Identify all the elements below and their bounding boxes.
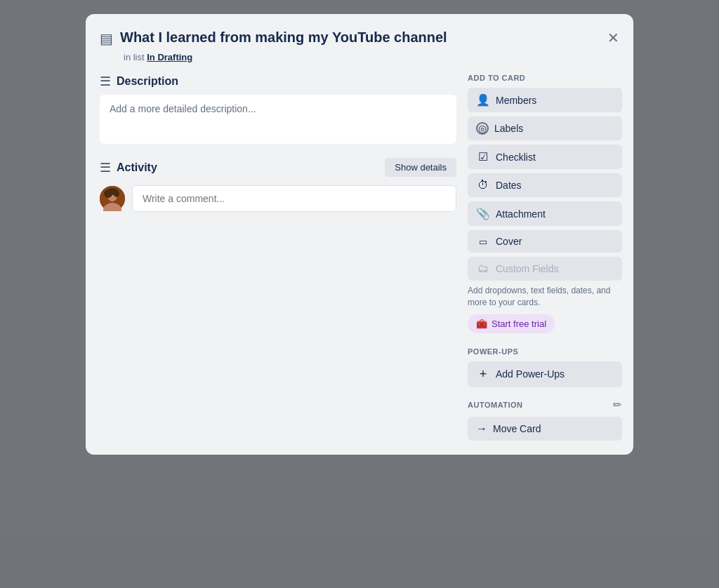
- sidebar: Add to card 👤 Members ◎ Labels ☑ Checkli…: [468, 74, 622, 441]
- attachment-label: Attachment: [496, 208, 546, 220]
- custom-fields-button[interactable]: 🗂 Custom Fields: [468, 257, 622, 281]
- description-section: ☰ Description Add a more detailed descri…: [100, 74, 456, 144]
- labels-label: Labels: [494, 123, 523, 134]
- close-icon: ✕: [607, 30, 619, 46]
- description-icon: ☰: [100, 74, 111, 89]
- custom-fields-label: Custom Fields: [496, 263, 558, 274]
- activity-section: ☰ Activity Show details: [100, 158, 456, 212]
- activity-header: ☰ Activity Show details: [100, 158, 456, 177]
- description-placeholder: Add a more detailed description...: [110, 103, 256, 114]
- labels-button[interactable]: ◎ Labels: [468, 116, 622, 140]
- power-ups-title: Power-Ups: [468, 347, 622, 356]
- cover-label: Cover: [496, 236, 522, 247]
- activity-section-header: ☰ Activity: [100, 160, 157, 175]
- avatar-image: [100, 186, 125, 211]
- checklist-label: Checklist: [496, 152, 536, 163]
- checklist-button[interactable]: ☑ Checklist: [468, 145, 622, 169]
- activity-input-row: [100, 185, 456, 212]
- trial-icon: 🧰: [476, 319, 487, 329]
- add-to-card-section: Add to card 👤 Members ◎ Labels ☑ Checkli…: [468, 74, 622, 345]
- start-trial-button[interactable]: 🧰 Start free trial: [468, 314, 555, 333]
- arrow-icon: →: [476, 422, 487, 435]
- modal-header: ▤ What I learned from making my YouTube …: [100, 28, 622, 48]
- dates-button[interactable]: ⏱ Dates: [468, 173, 622, 197]
- members-label: Members: [496, 95, 536, 106]
- custom-fields-info: Add dropdowns, text fields, dates, and m…: [468, 285, 622, 309]
- main-content: ☰ Description Add a more detailed descri…: [100, 74, 456, 441]
- attachment-icon: 📎: [476, 207, 490, 220]
- cover-button[interactable]: ▭ Cover: [468, 230, 622, 253]
- show-details-button[interactable]: Show details: [385, 158, 456, 177]
- modal-subtitle: in list In Drafting: [124, 52, 622, 62]
- power-ups-section: Power-Ups + Add Power-Ups: [468, 347, 622, 387]
- subtitle-prefix: in list: [124, 52, 145, 62]
- cover-icon: ▭: [476, 236, 490, 247]
- description-area[interactable]: Add a more detailed description...: [100, 95, 456, 144]
- list-link[interactable]: In Drafting: [147, 52, 192, 62]
- comment-input[interactable]: [132, 185, 456, 212]
- members-icon: 👤: [476, 93, 490, 107]
- modal-body: ☰ Description Add a more detailed descri…: [100, 74, 622, 441]
- modal-title: What I learned from making my YouTube ch…: [120, 28, 605, 46]
- automation-header: Automation ✏: [468, 399, 622, 411]
- activity-icon: ☰: [100, 160, 111, 175]
- card-modal: ▤ What I learned from making my YouTube …: [86, 14, 633, 455]
- labels-icon: ◎: [476, 122, 489, 135]
- add-power-ups-label: Add Power-Ups: [496, 368, 565, 380]
- description-title: Description: [117, 75, 178, 88]
- start-trial-label: Start free trial: [492, 319, 546, 329]
- svg-point-6: [114, 190, 119, 197]
- automation-section: Automation ✏ → Move Card: [468, 399, 622, 441]
- move-card-button[interactable]: → Move Card: [468, 417, 622, 441]
- modal-overlay[interactable]: ▤ What I learned from making my YouTube …: [0, 0, 719, 588]
- plus-icon: +: [476, 367, 490, 382]
- checklist-icon: ☑: [476, 150, 490, 163]
- attachment-button[interactable]: 📎 Attachment: [468, 201, 622, 226]
- custom-fields-section: 🗂 Custom Fields Add dropdowns, text fiel…: [468, 257, 622, 345]
- close-button[interactable]: ✕: [605, 28, 622, 48]
- move-card-label: Move Card: [493, 423, 541, 434]
- card-icon: ▤: [100, 30, 113, 47]
- custom-fields-icon: 🗂: [476, 262, 490, 275]
- dates-icon: ⏱: [476, 179, 490, 192]
- automation-title: Automation: [468, 401, 523, 409]
- show-details-label: Show details: [395, 162, 447, 173]
- members-button[interactable]: 👤 Members: [468, 88, 622, 112]
- dates-label: Dates: [496, 180, 522, 191]
- description-header: ☰ Description: [100, 74, 456, 89]
- avatar: [100, 186, 125, 211]
- automation-edit-icon[interactable]: ✏: [613, 399, 622, 411]
- add-to-card-title: Add to card: [468, 74, 622, 82]
- modal-header-left: ▤ What I learned from making my YouTube …: [100, 28, 605, 47]
- add-power-ups-button[interactable]: + Add Power-Ups: [468, 361, 622, 387]
- activity-title: Activity: [117, 161, 157, 174]
